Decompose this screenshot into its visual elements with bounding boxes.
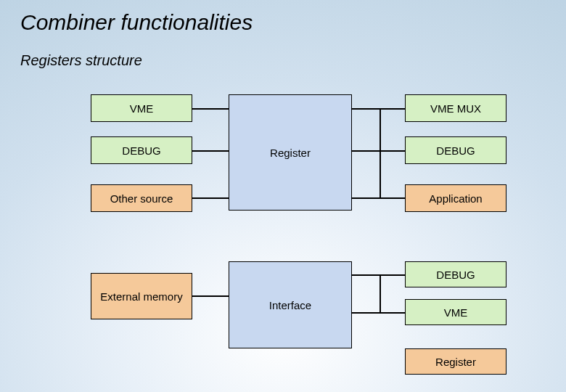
- connector: [192, 108, 229, 110]
- box-interface-center: Interface: [229, 261, 352, 348]
- connector: [352, 274, 381, 276]
- box-debug-left: DEBUG: [91, 136, 192, 164]
- connector: [352, 108, 381, 110]
- connector: [380, 108, 381, 199]
- box-external-memory: External memory: [91, 273, 192, 319]
- connector: [192, 197, 229, 199]
- connector: [192, 150, 229, 152]
- connector: [380, 274, 381, 314]
- box-application: Application: [405, 184, 506, 212]
- box-register-r2: Register: [405, 348, 506, 375]
- connector: [352, 150, 405, 152]
- box-other-source: Other source: [91, 184, 192, 212]
- box-vme-r2: VME: [405, 299, 506, 325]
- page-title: Combiner functionalities: [20, 10, 253, 35]
- connector: [352, 312, 405, 314]
- box-debug-r2: DEBUG: [405, 261, 506, 287]
- page-subtitle: Registers structure: [20, 52, 142, 69]
- connector: [380, 274, 405, 276]
- box-vme-left: VME: [91, 94, 192, 122]
- box-debug-right: DEBUG: [405, 136, 506, 164]
- box-vme-mux: VME MUX: [405, 94, 506, 122]
- connector: [192, 295, 229, 297]
- connector: [380, 108, 405, 110]
- connector: [380, 197, 405, 199]
- connector: [352, 197, 381, 199]
- box-register-center: Register: [229, 94, 352, 211]
